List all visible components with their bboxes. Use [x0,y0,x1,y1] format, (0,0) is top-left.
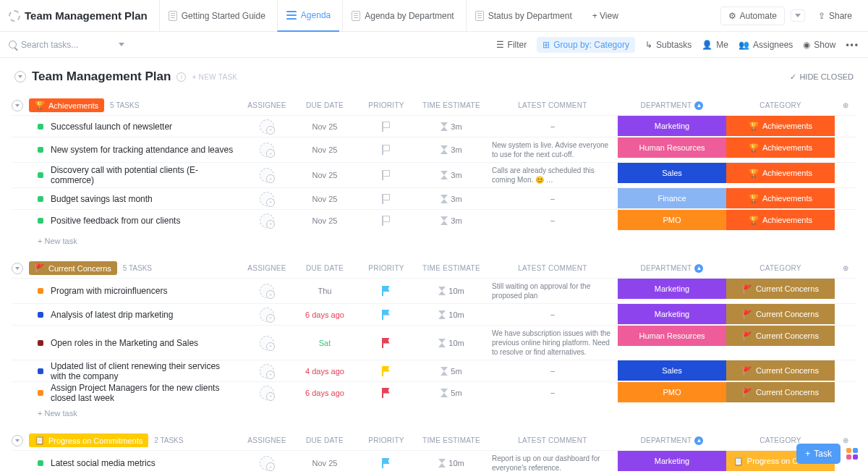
due-date-cell[interactable]: Nov 25 [292,216,357,225]
assignee-avatar-icon[interactable] [260,213,274,228]
estimate-cell[interactable]: 3m [415,171,488,179]
department-tag[interactable]: Marketing [618,116,726,136]
priority-cell[interactable] [357,194,415,204]
task-row[interactable]: Successful launch of newsletter Nov 25 3… [12,115,856,137]
category-tag[interactable]: 🚩Current Concerns [726,304,835,324]
due-date-cell[interactable]: Thu [292,287,357,295]
assignees-button[interactable]: 👥Assignees [739,40,793,50]
priority-cell[interactable] [357,338,415,348]
department-tag[interactable]: Marketing [618,451,726,471]
group-header[interactable]: 📋Progress on Commitments 2 TASKS ASSIGNE… [12,431,856,450]
department-tag[interactable]: PMO [618,210,726,230]
col-priority[interactable]: PRIORITY [357,436,415,445]
due-date-cell[interactable]: Sat [292,339,357,347]
estimate-cell[interactable]: 5m [415,389,488,397]
col-estimate[interactable]: TIME ESTIMATE [415,264,488,273]
col-comment[interactable]: LATEST COMMENT [488,436,618,445]
col-due[interactable]: DUE DATE [292,101,357,110]
estimate-cell[interactable]: 3m [415,195,488,203]
category-tag[interactable]: 🏆Achievements [726,137,835,158]
col-department[interactable]: DEPARTMENT▲ [618,436,726,445]
due-date-cell[interactable]: Nov 25 [292,122,357,131]
task-name[interactable]: Discovery call with potential clients (E… [51,165,242,185]
col-estimate[interactable]: TIME ESTIMATE [415,101,488,110]
estimate-cell[interactable]: 10m [415,287,488,295]
comment-cell[interactable]: Still waiting on approval for the propos… [488,279,618,303]
task-row[interactable]: New system for tracking attendance and l… [12,137,856,162]
search-input[interactable]: Search tasks... [9,40,124,50]
col-comment[interactable]: LATEST COMMENT [488,264,618,273]
task-name[interactable]: Assign Project Managers for the new clie… [51,383,242,403]
assignee-avatar-icon[interactable] [260,119,274,134]
comment-cell[interactable]: – [488,191,618,206]
category-tag[interactable]: 🚩Current Concerns [726,382,835,402]
assignee-cell[interactable] [242,192,292,206]
status-square-icon[interactable] [38,288,43,294]
task-name[interactable]: Budget savings last month [51,194,242,204]
assignee-cell[interactable] [242,168,292,182]
col-due[interactable]: DUE DATE [292,436,357,445]
estimate-cell[interactable]: 3m [415,216,488,225]
department-tag[interactable]: Human Resources [618,326,726,346]
add-column-button[interactable]: ⊕ [835,264,856,273]
task-name[interactable]: Latest social media metrics [51,458,242,468]
priority-cell[interactable] [357,170,415,180]
comment-cell[interactable]: We have subscription issues with the pre… [488,326,618,360]
assignee-cell[interactable] [242,119,292,134]
col-due[interactable]: DUE DATE [292,264,357,273]
due-date-cell[interactable]: 6 days ago [292,389,357,397]
show-button[interactable]: ◉Show [803,40,835,50]
comment-cell[interactable]: – [488,363,618,378]
category-tag[interactable]: 🏆Achievements [726,210,835,230]
estimate-cell[interactable]: 3m [415,122,488,131]
collapse-group-button[interactable] [12,100,23,111]
task-name[interactable]: Analysis of latest drip marketing [51,310,242,320]
task-name[interactable]: Successful launch of newsletter [51,122,242,132]
category-tag[interactable]: 🚩Current Concerns [726,326,835,346]
new-task-fab[interactable]: +Task [796,444,841,464]
department-tag[interactable]: PMO [618,382,726,402]
comment-cell[interactable]: – [488,213,618,228]
due-date-cell[interactable]: Nov 25 [292,171,357,179]
task-row[interactable]: Discovery call with potential clients (E… [12,162,856,187]
assignee-avatar-icon[interactable] [260,192,274,206]
estimate-cell[interactable]: 10m [415,339,488,347]
col-assignee[interactable]: ASSIGNEE [242,264,292,273]
new-task-row-button[interactable]: + New task [12,403,856,418]
department-tag[interactable]: Human Resources [618,137,726,158]
share-button[interactable]: ⇪ Share [811,7,859,25]
apps-button[interactable] [846,448,858,460]
col-priority[interactable]: PRIORITY [357,101,415,110]
status-square-icon[interactable] [38,390,43,396]
tab-status-by-dept[interactable]: Status by Department [466,0,581,32]
assignee-avatar-icon[interactable] [260,308,274,322]
assignee-avatar-icon[interactable] [260,168,274,182]
priority-cell[interactable] [357,366,415,376]
automate-dropdown[interactable] [791,9,805,22]
comment-cell[interactable]: Report is up on our dashboard for everyo… [488,451,618,474]
task-row[interactable]: Updated list of client renewing their se… [12,360,856,381]
assignee-cell[interactable] [242,336,292,350]
status-square-icon[interactable] [38,368,43,374]
info-icon[interactable]: i [176,72,186,82]
due-date-cell[interactable]: 4 days ago [292,367,357,376]
task-row[interactable]: Program with microinfluencers Thu 10m St… [12,278,856,303]
status-square-icon[interactable] [38,460,43,466]
tab-agenda-by-dept[interactable]: Agenda by Department [342,0,462,32]
filter-button[interactable]: ☰Filter [496,40,527,50]
hide-closed-button[interactable]: ✓HIDE CLOSED [790,72,854,82]
priority-cell[interactable] [357,286,415,296]
task-name[interactable]: Positive feedback from our clients [51,216,242,226]
assignee-cell[interactable] [242,143,292,157]
group-header[interactable]: 🚩Current Concerns 5 TASKS ASSIGNEE DUE D… [12,258,856,278]
comment-cell[interactable]: Calls are already scheduled this coming … [488,163,618,187]
department-tag[interactable]: Marketing [618,279,726,299]
col-estimate[interactable]: TIME ESTIMATE [415,436,488,445]
col-category[interactable]: CATEGORY [726,264,835,273]
tab-getting-started[interactable]: Getting Started Guide [159,0,274,32]
assignee-avatar-icon[interactable] [260,336,274,350]
assignee-avatar-icon[interactable] [260,143,274,157]
col-priority[interactable]: PRIORITY [357,264,415,273]
automate-button[interactable]: ⚙ Automate [720,7,785,25]
add-view-button[interactable]: + View [584,0,627,32]
